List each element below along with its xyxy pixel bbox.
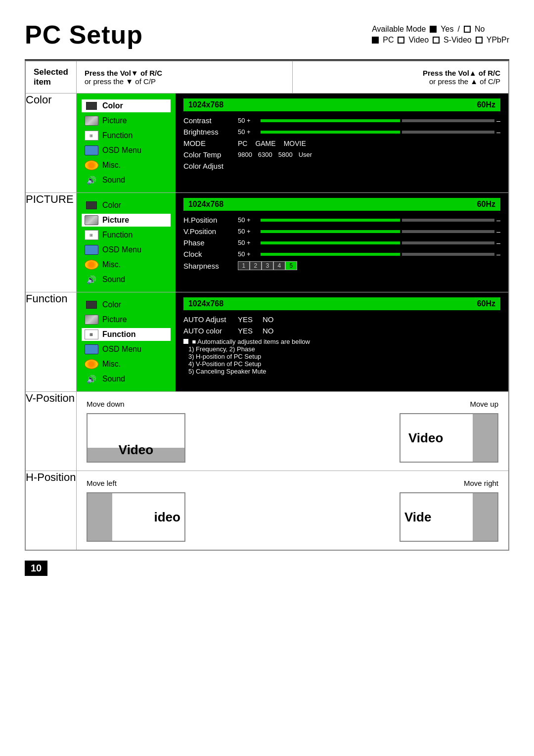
pic-menu-item-picture-active: Picture bbox=[82, 214, 171, 227]
pic-function-icon: ⊞ bbox=[85, 230, 98, 240]
vpos-row: V-Position Move down Move up Video Video bbox=[25, 392, 509, 471]
sharpness-row: Sharpness 1 2 3 4 5 bbox=[183, 261, 500, 270]
press-down-cell: Press the Vol▼ of R/C or press the ▼ of … bbox=[76, 61, 292, 94]
brightness-label: Brightness bbox=[183, 128, 238, 136]
pic-menu-label-osdmenu: OSD Menu bbox=[102, 245, 141, 254]
video-mode-square bbox=[398, 37, 404, 44]
hpos-boxes: ideo Vide bbox=[87, 492, 498, 542]
func-menu-label-color: Color bbox=[102, 300, 121, 309]
clock-value: 50 + bbox=[238, 250, 258, 258]
func-menu-item-picture: Picture bbox=[82, 313, 171, 326]
pic-menu-label-function: Function bbox=[102, 231, 133, 239]
color-osd-panel: Color Picture ⊞ Function OSD Menu bbox=[77, 94, 508, 192]
hpos-right-text: Vide bbox=[400, 510, 431, 525]
temp-user: User bbox=[299, 151, 312, 158]
func-osdmenu-icon bbox=[85, 344, 98, 354]
vpos-boxes: Video Video bbox=[87, 413, 498, 463]
func-note: ■ Automatically adjusted items are bello… bbox=[183, 338, 500, 345]
function-osd-menu: Color Picture ⊞ Function OSD Menu bbox=[77, 292, 176, 391]
auto-adjust-yes: YES bbox=[238, 315, 253, 324]
function-row: Function Color Picture ⊞ Function bbox=[25, 292, 509, 392]
vpos-move-up-label: Move up bbox=[470, 400, 498, 408]
mode-label: MODE bbox=[183, 139, 238, 147]
vposition-bar-empty bbox=[402, 230, 495, 233]
picture-osd-panel: Color Picture ⊞ Function OSD Menu bbox=[77, 193, 508, 292]
auto-adjust-no: NO bbox=[263, 315, 274, 324]
press-up-title: Press the Vol▲ of R/C bbox=[423, 69, 500, 77]
auto-color-row: AUTO color YES NO bbox=[183, 327, 500, 335]
vposition-value: 50 + bbox=[238, 228, 258, 235]
press-up-cell: Press the Vol▲ of R/C or press the ▲ of … bbox=[293, 61, 509, 94]
hpos-left-gray-sq bbox=[88, 493, 112, 541]
press-down-sub: or press the ▼ of C/P bbox=[85, 77, 156, 86]
func-function-icon: ⊞ bbox=[85, 330, 98, 339]
sharp-1: 1 bbox=[238, 261, 250, 270]
menu-label-osdmenu: OSD Menu bbox=[102, 146, 141, 155]
page-title: PC Setup bbox=[25, 20, 143, 49]
pc-mode-square bbox=[372, 37, 379, 44]
hpos-row-content: Move left Move right ideo Vide bbox=[76, 471, 509, 551]
misc-icon bbox=[85, 160, 98, 170]
sharp-5: 5 bbox=[285, 261, 297, 270]
contrast-value: 50 + bbox=[238, 117, 258, 124]
page-number: 10 bbox=[25, 561, 47, 576]
vpos-left-box: Video bbox=[87, 413, 185, 463]
func-menu-item-misc: Misc. bbox=[82, 358, 171, 371]
note-bullet bbox=[183, 339, 188, 344]
menu-label-sound: Sound bbox=[102, 176, 125, 185]
auto-adjust-yesno: YES NO bbox=[238, 315, 274, 324]
func-list-item-2: 3) H-position of PC Setup bbox=[188, 353, 500, 360]
vposition-label: V.Position bbox=[183, 227, 238, 236]
brightness-row: Brightness 50 + – bbox=[183, 128, 500, 136]
color-icon bbox=[86, 102, 97, 110]
function-osd-header: 1024x768 60Hz bbox=[183, 297, 500, 310]
hpos-left-box: ideo bbox=[87, 492, 185, 542]
clock-label: Clock bbox=[183, 250, 238, 258]
page-header: PC Setup Available Mode Yes / No PC Vide… bbox=[25, 20, 509, 49]
contrast-bar-empty bbox=[402, 119, 495, 122]
press-down-title: Press the Vol▼ of R/C bbox=[85, 69, 162, 77]
phase-bar-empty bbox=[402, 241, 495, 244]
ypbpr-mode-label: YPbPr bbox=[487, 36, 509, 45]
auto-color-no: NO bbox=[263, 327, 274, 335]
vpos-right-text: Video bbox=[404, 430, 443, 446]
func-menu-label-function: Function bbox=[102, 330, 136, 339]
available-mode-label: Available Mode bbox=[372, 25, 426, 34]
phase-label: Phase bbox=[183, 238, 238, 247]
phase-value: 50 + bbox=[238, 239, 258, 246]
mode-movie: MOVIE bbox=[284, 140, 306, 147]
menu-label-function: Function bbox=[102, 131, 133, 140]
menu-item-function: ⊞ Function bbox=[82, 129, 171, 142]
sharpness-selector: 1 2 3 4 5 bbox=[238, 261, 297, 270]
hpos-row: H-Position Move left Move right ideo Vid… bbox=[25, 471, 509, 551]
func-misc-icon bbox=[85, 359, 98, 369]
picture-row-content: Color Picture ⊞ Function OSD Menu bbox=[76, 193, 509, 292]
hposition-label: H.Position bbox=[183, 216, 238, 224]
vposition-row: V.Position 50 + – bbox=[183, 227, 500, 236]
vpos-content: Move down Move up Video Video bbox=[77, 392, 508, 471]
func-menu-item-color: Color bbox=[82, 298, 171, 311]
press-up-sub: or press the ▲ of C/P bbox=[429, 77, 500, 86]
pic-osdmenu-icon bbox=[85, 245, 98, 255]
clock-bar: – bbox=[261, 250, 500, 258]
yes-label: Yes bbox=[441, 25, 453, 34]
sharp-3: 3 bbox=[262, 261, 273, 270]
contrast-row: Contrast 50 + – bbox=[183, 116, 500, 125]
brightness-bar-empty bbox=[402, 131, 495, 134]
pc-mode-label: PC bbox=[383, 36, 394, 45]
sharpness-label: Sharpness bbox=[183, 262, 238, 270]
auto-adjust-row: AUTO Adjust YES NO bbox=[183, 315, 500, 324]
menu-label-picture: Picture bbox=[102, 116, 127, 125]
func-list-item-4: 5) Canceling Speaker Mute bbox=[188, 368, 500, 375]
function-osd-panel: Color Picture ⊞ Function OSD Menu bbox=[77, 292, 508, 391]
temp-5800: 5800 bbox=[278, 151, 293, 158]
hposition-value: 50 + bbox=[238, 216, 258, 224]
temp-9800: 9800 bbox=[238, 151, 252, 158]
clock-row: Clock 50 + – bbox=[183, 250, 500, 258]
color-osd-header: 1024x768 60Hz bbox=[183, 98, 500, 111]
menu-item-osdmenu: OSD Menu bbox=[82, 144, 171, 157]
available-mode-row: Available Mode Yes / No bbox=[372, 25, 509, 34]
hposition-bar: – bbox=[261, 216, 500, 224]
colortemp-row: Color Temp 9800 6300 5800 User bbox=[183, 150, 500, 159]
footer: 10 bbox=[25, 561, 509, 576]
